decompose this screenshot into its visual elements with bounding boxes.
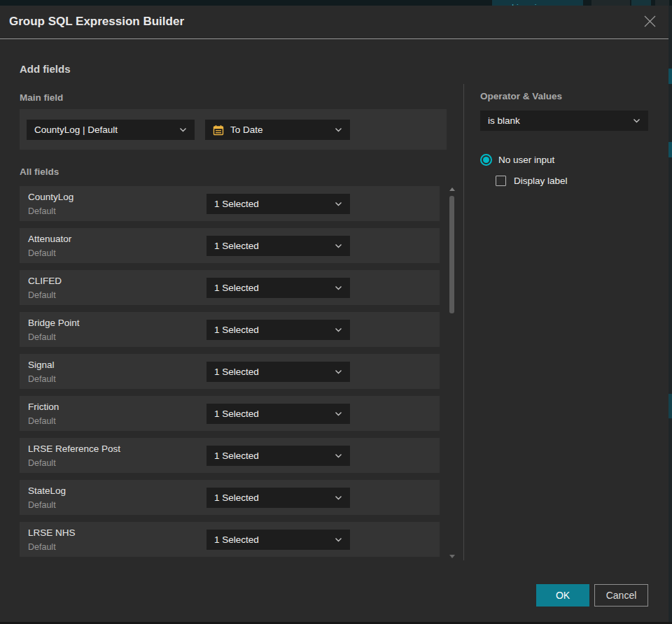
chevron-down-icon xyxy=(179,127,187,132)
display-label-label: Display label xyxy=(514,176,568,186)
chevron-down-icon xyxy=(335,327,342,332)
field-subtitle: Default xyxy=(28,374,56,384)
close-icon xyxy=(643,15,657,31)
background-app-right-edge xyxy=(668,6,672,622)
column-divider xyxy=(463,84,464,560)
field-row: LRSE Reference Post Default 1 Selected xyxy=(20,438,440,473)
background-app-toolbar: Live view xyxy=(0,0,672,6)
display-label-checkbox[interactable] xyxy=(496,176,506,186)
dialog-titlebar: Group SQL Expression Builder xyxy=(0,6,668,39)
field-subtitle: Default xyxy=(28,542,56,552)
chevron-down-icon xyxy=(335,243,342,248)
group-sql-expression-builder-dialog: Group SQL Expression Builder Add fields … xyxy=(0,6,668,622)
radio-selected-dot xyxy=(483,157,489,163)
field-name: CountyLog xyxy=(28,192,74,202)
ok-button[interactable]: OK xyxy=(536,584,589,607)
field-row: LRSE NHS Default 1 Selected xyxy=(20,522,440,557)
field-selected-value: 1 Selected xyxy=(214,241,259,251)
chevron-down-icon xyxy=(335,495,342,500)
all-fields-label: All fields xyxy=(20,166,59,177)
field-selected-dropdown[interactable]: 1 Selected xyxy=(206,488,350,508)
field-selected-dropdown[interactable]: 1 Selected xyxy=(206,320,350,340)
calendar-icon xyxy=(213,125,224,136)
field-subtitle: Default xyxy=(28,500,56,510)
field-name: StateLog xyxy=(28,485,66,496)
chevron-down-icon xyxy=(335,537,342,542)
main-field-label: Main field xyxy=(20,92,63,103)
field-selected-dropdown[interactable]: 1 Selected xyxy=(206,362,350,382)
main-field-panel: CountyLog | Default To Date xyxy=(20,109,447,150)
chevron-down-icon xyxy=(335,411,342,416)
field-selected-value: 1 Selected xyxy=(214,409,259,419)
operator-dropdown-value: is blank xyxy=(488,115,520,126)
field-row: Friction Default 1 Selected xyxy=(20,396,440,431)
list-scrollbar[interactable] xyxy=(449,186,455,560)
field-subtitle: Default xyxy=(28,248,56,258)
chevron-down-icon xyxy=(335,369,342,374)
all-fields-list: CountyLog Default 1 Selected Attenuator … xyxy=(20,186,440,564)
field-selected-dropdown[interactable]: 1 Selected xyxy=(206,278,350,298)
chevron-down-icon xyxy=(335,453,342,458)
field-selected-value: 1 Selected xyxy=(214,283,259,293)
field-name: LRSE NHS xyxy=(28,527,76,538)
field-selected-dropdown[interactable]: 1 Selected xyxy=(206,236,350,256)
chevron-down-icon xyxy=(335,127,342,132)
field-selected-value: 1 Selected xyxy=(214,451,259,461)
field-row: Signal Default 1 Selected xyxy=(20,354,440,389)
main-field-type-dropdown[interactable]: To Date xyxy=(205,120,350,140)
operator-dropdown[interactable]: is blank xyxy=(480,111,648,131)
field-row: CountyLog Default 1 Selected xyxy=(20,186,440,221)
live-view-button: Live view xyxy=(492,0,583,6)
field-subtitle: Default xyxy=(28,332,56,342)
field-name: CLIFED xyxy=(28,276,62,286)
field-name: Signal xyxy=(28,360,55,370)
scroll-up-arrow-icon[interactable] xyxy=(449,187,455,191)
main-field-dropdown[interactable]: CountyLog | Default xyxy=(27,120,195,140)
close-button[interactable] xyxy=(640,13,659,31)
field-name: Friction xyxy=(28,402,59,412)
chevron-down-icon xyxy=(633,118,640,123)
field-selected-value: 1 Selected xyxy=(214,367,259,377)
no-user-input-label: No user input xyxy=(498,155,554,165)
field-selected-dropdown[interactable]: 1 Selected xyxy=(206,446,350,466)
field-name: Attenuator xyxy=(28,234,71,244)
field-subtitle: Default xyxy=(28,458,56,468)
chevron-down-icon xyxy=(335,201,342,206)
field-selected-value: 1 Selected xyxy=(214,534,259,545)
toolbar-fragment xyxy=(592,0,630,6)
no-user-input-radio[interactable] xyxy=(480,154,492,166)
field-selected-value: 1 Selected xyxy=(214,492,259,503)
field-selected-value: 1 Selected xyxy=(214,325,259,335)
cancel-button[interactable]: Cancel xyxy=(594,584,648,607)
field-selected-value: 1 Selected xyxy=(214,199,259,209)
field-name: LRSE Reference Post xyxy=(28,444,120,454)
main-field-type-value: To Date xyxy=(230,125,263,135)
chevron-down-icon xyxy=(335,285,342,290)
field-row: Bridge Point Default 1 Selected xyxy=(20,312,440,347)
add-fields-heading: Add fields xyxy=(20,63,71,75)
field-row: StateLog Default 1 Selected xyxy=(20,480,440,515)
field-selected-dropdown[interactable]: 1 Selected xyxy=(206,194,350,214)
field-selected-dropdown[interactable]: 1 Selected xyxy=(206,530,350,550)
main-field-dropdown-value: CountyLog | Default xyxy=(34,125,118,135)
scroll-down-arrow-icon[interactable] xyxy=(449,555,455,558)
field-selected-dropdown[interactable]: 1 Selected xyxy=(206,404,350,424)
toolbar-fragment xyxy=(631,0,651,6)
field-subtitle: Default xyxy=(28,290,56,300)
field-subtitle: Default xyxy=(28,206,56,216)
field-name: Bridge Point xyxy=(28,318,80,328)
field-row: CLIFED Default 1 Selected xyxy=(20,270,440,305)
dialog-title: Group SQL Expression Builder xyxy=(9,15,184,29)
field-subtitle: Default xyxy=(28,416,56,426)
operator-values-label: Operator & Values xyxy=(480,91,562,101)
toolbar-fragment xyxy=(655,0,669,6)
scrollbar-thumb[interactable] xyxy=(449,196,454,313)
field-row: Attenuator Default 1 Selected xyxy=(20,228,440,263)
